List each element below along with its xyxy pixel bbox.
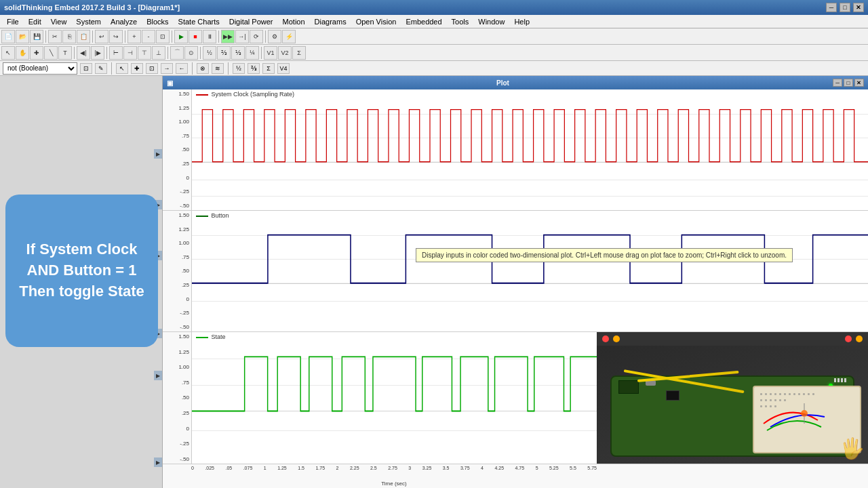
dropdown-btn-1[interactable]: ⊡ [80, 63, 92, 74]
minimize-button[interactable]: ─ [826, 3, 837, 12]
tb-line[interactable]: ╲ [44, 46, 58, 60]
tb-wire[interactable]: ⌒ [170, 46, 184, 60]
svg-rect-21 [760, 405, 762, 407]
menu-blocks[interactable]: Blocks [142, 16, 172, 27]
tb-play[interactable]: ▶ [174, 30, 188, 43]
dd-arrow-1[interactable]: ↖ [116, 63, 128, 74]
menu-state-charts[interactable]: State Charts [174, 16, 224, 27]
tb-reset[interactable]: ⟳ [250, 30, 263, 43]
plot-restore[interactable]: □ [844, 79, 853, 87]
tb-cut[interactable]: ✂ [48, 30, 62, 43]
menu-tools[interactable]: Tools [448, 16, 473, 27]
plot-close[interactable]: ✕ [854, 79, 864, 87]
tb-math3[interactable]: ⅓ [231, 46, 245, 60]
tb-v1[interactable]: V1 [264, 46, 277, 60]
dropdown-btn-2[interactable]: ✎ [95, 63, 107, 74]
menu-diagrams[interactable]: Diagrams [311, 16, 351, 27]
clock-chart-label: System Clock (Sampling Rate) [196, 91, 294, 98]
tb-math4[interactable]: ¼ [245, 46, 259, 60]
tb-arrow[interactable]: ↖ [1, 46, 15, 60]
svg-rect-19 [779, 399, 781, 401]
tb-fit[interactable]: ⊡ [156, 30, 170, 43]
dd-v2[interactable]: ⅔ [248, 63, 260, 74]
tb-pause[interactable]: ⏸ [203, 30, 216, 43]
menu-open-vision[interactable]: Open Vision [352, 16, 401, 27]
svg-rect-9 [789, 393, 791, 395]
dd-arrow-4[interactable]: → [161, 63, 173, 74]
dd-extra-1[interactable]: ⊗ [197, 63, 209, 74]
tb2-sep-1 [74, 47, 75, 59]
tb-math2[interactable]: ⅔ [217, 46, 231, 60]
clock-chart-section: 1.50 1.25 1.00 .75 .50 .25 0 -.25 -.50 S… [163, 89, 868, 211]
tb-undo[interactable]: ↩ [95, 30, 108, 43]
svg-rect-4 [765, 393, 767, 395]
tb-math1[interactable]: ½ [203, 46, 216, 60]
tb-zoom-out[interactable]: - [142, 30, 155, 43]
dd-sep-1 [111, 62, 112, 75]
tb-hand[interactable]: ✋ [16, 46, 29, 60]
tooltip: Display inputs in color coded two-dimens… [416, 248, 793, 262]
dd-extra-2[interactable]: ≋ [212, 63, 224, 74]
tb-align-top[interactable]: ⊥ [152, 46, 165, 60]
dd-arrow-3[interactable]: ⊡ [146, 63, 158, 74]
state-chart-area[interactable]: State [191, 332, 597, 464]
tb-v3[interactable]: Σ [292, 46, 306, 60]
menu-digital-power[interactable]: Digital Power [225, 16, 277, 27]
tb-open[interactable]: 📂 [16, 30, 29, 43]
type-dropdown[interactable]: not (Boolean) [3, 62, 77, 75]
tb-probe[interactable]: ⊙ [184, 46, 198, 60]
tb-zoom-in[interactable]: + [127, 30, 141, 43]
clock-y-axis: 1.50 1.25 1.00 .75 .50 .25 0 -.25 -.50 [163, 89, 191, 210]
tb-build[interactable]: ⚙ [268, 30, 281, 43]
sidebar-arrow-6[interactable]: ▶ [154, 458, 162, 467]
menu-edit[interactable]: Edit [24, 16, 45, 27]
tb-run[interactable]: ▶▶ [221, 30, 235, 43]
state-y-axis: 1.50 1.25 1.00 .75 .50 .25 0 -.25 -.50 [163, 332, 191, 464]
dd-arrow-5[interactable]: ← [176, 63, 188, 74]
menu-help[interactable]: Help [510, 16, 534, 27]
button-chart-area[interactable]: Button Display inputs in color coded [191, 211, 868, 331]
tb-align-center[interactable]: ⊣ [123, 46, 137, 60]
tb-paste[interactable]: 📋 [77, 30, 90, 43]
tb-v2[interactable]: V2 [278, 46, 292, 60]
dd-v1[interactable]: ½ [233, 63, 245, 74]
sidebar-arrow-5[interactable]: ▶ [154, 371, 162, 380]
tb-copy[interactable]: ⎘ [62, 30, 76, 43]
tb-deploy[interactable]: ⚡ [282, 30, 296, 43]
dropdown-bar: not (Boolean) ⊡ ✎ ↖ ✚ ⊡ → ← ⊗ ≋ ½ ⅔ Σ V4 [0, 61, 868, 76]
plot-title-bar: ▣ Plot ─ □ ✕ [163, 76, 868, 89]
svg-rect-11 [798, 393, 800, 395]
sidebar-arrow-1[interactable]: ▶ [154, 149, 162, 159]
dd-v4[interactable]: V4 [277, 63, 290, 74]
close-button[interactable]: ✕ [853, 3, 864, 12]
tb-text[interactable]: T [58, 46, 72, 60]
tb-prev-state[interactable]: ◀| [77, 46, 90, 60]
dd-arrow-2[interactable]: ✚ [131, 63, 143, 74]
dd-v3[interactable]: Σ [262, 63, 275, 74]
menu-window[interactable]: Window [474, 16, 509, 27]
plot-title: Plot [496, 79, 509, 87]
restore-button[interactable]: □ [840, 3, 850, 12]
tb-cross[interactable]: ✚ [30, 46, 43, 60]
menu-system[interactable]: System [72, 16, 105, 27]
clock-chart-area[interactable]: System Clock (Sampling Rate) [191, 89, 868, 210]
tb-stop[interactable]: ■ [189, 30, 202, 43]
info-box-text: If System Clock AND Button = 1 Then togg… [16, 239, 147, 302]
time-axis: 0 .025 .05 .075 1 1.25 1.5 1.75 2 2.25 2… [163, 464, 868, 481]
tb-align-right[interactable]: ⊤ [138, 46, 151, 60]
tb-next-state[interactable]: |▶ [91, 46, 104, 60]
menu-analyze[interactable]: Analyze [106, 16, 141, 27]
title-bar: solidThinking Embed 2017.2 Build 3 - [Di… [0, 0, 868, 15]
tb-align-left[interactable]: ⊢ [109, 46, 123, 60]
menu-file[interactable]: File [3, 16, 23, 27]
menu-view[interactable]: View [47, 16, 71, 27]
tb-redo[interactable]: ↪ [109, 30, 123, 43]
plot-minimize[interactable]: ─ [833, 79, 842, 87]
button-svg [192, 211, 868, 331]
menu-embedded[interactable]: Embedded [401, 16, 446, 27]
svg-point-25 [801, 410, 808, 417]
menu-motion[interactable]: Motion [279, 16, 309, 27]
tb-step[interactable]: →| [235, 30, 249, 43]
tb-new[interactable]: 📄 [1, 30, 15, 43]
tb-save[interactable]: 💾 [30, 30, 43, 43]
